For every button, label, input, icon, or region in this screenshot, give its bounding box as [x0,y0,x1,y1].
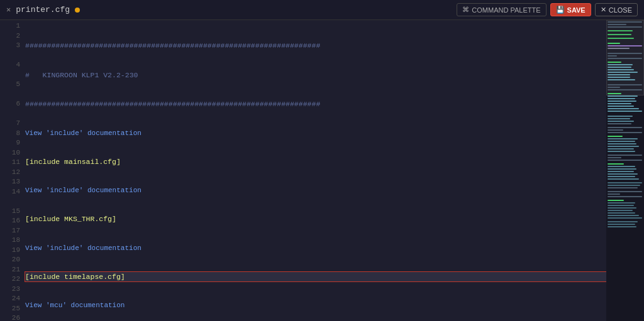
line-6: [include timelapse.cfg] [25,272,606,282]
svg-rect-47 [608,160,642,161]
svg-rect-56 [608,185,640,186]
svg-rect-68 [608,217,642,219]
svg-rect-33 [608,121,634,122]
svg-rect-42 [608,146,639,147]
command-palette-button[interactable]: ⌘ COMMAND PALETTE [457,3,546,16]
svg-rect-46 [608,157,621,158]
svg-rect-52 [608,173,638,175]
svg-rect-21 [608,87,620,88]
svg-rect-63 [608,205,634,206]
svg-rect-7 [608,45,642,46]
svg-rect-62 [608,202,635,204]
code-area: ########################################… [23,20,606,321]
svg-rect-36 [608,129,623,131]
svg-rect-37 [608,132,642,133]
svg-rect-35 [608,127,642,128]
svg-rect-60 [608,196,642,197]
unsaved-dot [75,8,80,13]
svg-rect-39 [608,138,638,139]
svg-rect-1 [608,24,626,25]
svg-rect-71 [608,226,636,227]
svg-rect-61 [608,200,624,201]
link-mcu[interactable]: View 'mcu' documentation [25,301,606,310]
svg-rect-12 [608,62,621,63]
svg-rect-19 [608,79,635,80]
svg-rect-57 [608,187,638,188]
window-close-icon[interactable]: ✕ [6,5,11,14]
svg-rect-20 [608,84,642,85]
svg-rect-30 [608,111,642,112]
titlebar-left: ✕ printer.cfg [6,5,80,14]
svg-rect-69 [608,221,638,222]
svg-rect-65 [608,210,633,211]
svg-rect-43 [608,148,634,150]
close-icon: ✕ [601,6,606,14]
command-palette-icon: ⌘ [462,6,469,14]
svg-rect-23 [608,93,621,94]
svg-rect-4 [608,34,631,35]
svg-rect-27 [608,103,631,104]
svg-rect-15 [608,69,634,70]
editor: 1 2 3 4 5 6 7 8 9 10 11 12 13 14 15 [0,20,606,321]
svg-rect-11 [608,58,642,59]
svg-rect-13 [608,64,633,65]
svg-rect-16 [608,72,638,73]
svg-rect-41 [608,143,636,144]
save-icon: 💾 [556,6,565,14]
svg-rect-50 [608,168,636,170]
svg-rect-5 [608,38,634,39]
line-5: [include MKS_THR.cfg] [25,214,606,224]
svg-rect-28 [608,106,634,107]
svg-rect-66 [608,212,635,214]
svg-rect-3 [608,30,633,31]
svg-rect-29 [608,108,639,109]
line-2: # KINGROON KLP1 V2.2-230 [25,70,606,80]
svg-rect-54 [608,178,639,180]
svg-rect-55 [608,182,642,183]
editor-content: 1 2 3 4 5 6 7 8 9 10 11 12 13 14 15 [0,20,606,321]
close-label: CLOSE [609,6,632,14]
line-1: ########################################… [25,41,606,51]
command-palette-label: COMMAND PALETTE [472,6,540,14]
svg-rect-10 [608,55,617,57]
svg-rect-24 [608,95,638,97]
svg-rect-70 [608,224,635,225]
close-button[interactable]: ✕ CLOSE [595,3,638,16]
minimap[interactable] [606,20,644,321]
titlebar: ✕ printer.cfg ⌘ COMMAND PALETTE 💾 SAVE ✕… [0,0,644,20]
svg-rect-17 [608,74,630,75]
titlebar-right: ⌘ COMMAND PALETTE 💾 SAVE ✕ CLOSE [457,3,638,16]
save-button[interactable]: 💾 SAVE [550,3,591,16]
svg-rect-26 [608,101,636,102]
svg-rect-25 [608,98,635,99]
link-include-3[interactable]: View 'include' documentation [25,244,606,253]
svg-rect-53 [608,176,635,177]
main-content: 1 2 3 4 5 6 7 8 9 10 11 12 13 14 15 [0,20,644,321]
link-include-2[interactable]: View 'include' documentation [25,186,606,195]
svg-rect-2 [608,26,642,28]
svg-rect-8 [608,48,630,49]
line-numbers: 1 2 3 4 5 6 7 8 9 10 11 12 13 14 15 [0,20,23,321]
svg-rect-32 [608,118,630,119]
line-3: ########################################… [25,99,606,109]
svg-rect-44 [608,151,635,152]
svg-rect-48 [608,163,624,165]
svg-rect-31 [608,116,633,117]
minimap-lines [608,20,643,321]
svg-rect-58 [608,191,642,192]
svg-rect-38 [608,136,623,137]
svg-rect-40 [608,141,635,142]
svg-rect-18 [608,77,630,78]
svg-rect-64 [608,207,636,209]
svg-rect-34 [608,123,631,124]
svg-rect-0 [608,21,642,23]
svg-rect-59 [608,193,620,195]
svg-rect-45 [608,155,642,156]
filename-label: printer.cfg [16,5,70,14]
link-include-1[interactable]: View 'include' documentation [25,129,606,138]
line-4: [include mainsail.cfg] [25,157,606,167]
svg-rect-6 [608,43,620,44]
svg-rect-49 [608,166,635,167]
svg-rect-22 [608,89,642,90]
save-label: SAVE [567,6,586,14]
